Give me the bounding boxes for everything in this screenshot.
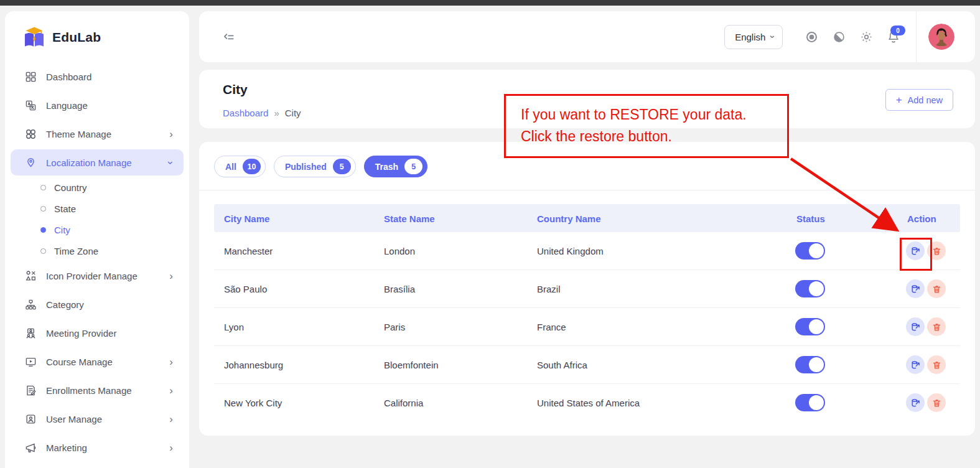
cell-country-name: United States of America: [537, 398, 640, 408]
document-pen-icon: [24, 383, 37, 397]
column-header-state-name: State Name: [384, 213, 435, 223]
status-toggle[interactable]: [795, 318, 825, 335]
restore-button[interactable]: [906, 279, 925, 298]
user-avatar[interactable]: [928, 24, 954, 50]
table-row: São Paulo Brasília Brazil: [214, 270, 960, 308]
sidebar-item-icon-provider-manage[interactable]: Icon Provider Manage ›: [5, 261, 189, 290]
sidebar-item-label: Category: [46, 299, 173, 310]
delete-button[interactable]: [927, 317, 946, 336]
delete-button[interactable]: [927, 279, 946, 298]
breadcrumb-dashboard-link[interactable]: Dashboard: [223, 108, 268, 118]
delete-button[interactable]: [927, 355, 946, 374]
preview-eye-icon[interactable]: [805, 30, 818, 44]
add-new-label: Add new: [908, 95, 943, 105]
sidebar-item-language[interactable]: Language: [5, 91, 189, 119]
tab-all[interactable]: All 10: [214, 156, 266, 177]
sidebar-item-dashboard[interactable]: Dashboard: [5, 62, 189, 91]
language-translate-icon: [24, 98, 37, 112]
sidebar-item-category[interactable]: Category: [5, 290, 189, 319]
filter-tabs: All 10 Published 5 Trash 5: [214, 156, 427, 177]
sidebar-item-marketing[interactable]: Marketing ›: [5, 433, 189, 462]
restore-button[interactable]: [906, 241, 925, 260]
chevron-right-icon: ›: [169, 357, 173, 367]
sidebar-subitem-state[interactable]: State: [5, 198, 189, 219]
sidebar-item-label: Language: [46, 100, 173, 111]
cell-state-name: Brasília: [384, 284, 415, 294]
sidebar-item-theme-manage[interactable]: Theme Manage ›: [5, 119, 189, 148]
sidebar-subitem-time-zone[interactable]: Time Zone: [5, 240, 189, 261]
sidebar-item-label: Enrollments Manage: [46, 385, 169, 396]
table-row: Johannesburg Bloemfontein South Africa: [214, 346, 960, 384]
settings-gear-icon[interactable]: [859, 30, 873, 44]
restore-button[interactable]: [906, 317, 925, 336]
sidebar-item-label: Localization Manage: [46, 157, 169, 168]
video-course-icon: [24, 355, 37, 368]
cell-state-name: Paris: [384, 322, 405, 332]
sidebar-subitem-label: Time Zone: [54, 246, 98, 256]
plus-icon: +: [896, 95, 902, 105]
page-header-card: City Dashboard » City + Add new: [199, 70, 975, 128]
sidebar-item-user-manage[interactable]: User Manage ›: [5, 405, 189, 433]
megaphone-icon: [24, 441, 37, 454]
breadcrumb-current: City: [285, 108, 301, 118]
sidebar-item-label: Course Manage: [46, 357, 169, 367]
add-new-button[interactable]: + Add new: [885, 89, 953, 111]
delete-button[interactable]: [927, 393, 946, 412]
page-title: City: [223, 82, 248, 97]
status-toggle[interactable]: [795, 242, 825, 260]
breadcrumb: Dashboard » City: [223, 108, 301, 118]
cell-city-name: São Paulo: [224, 284, 267, 294]
table-card: All 10 Published 5 Trash 5 City Name Sta…: [199, 142, 975, 436]
tab-published[interactable]: Published 5: [274, 156, 356, 177]
tabs-divider: [199, 190, 975, 190]
chevron-right-icon: ›: [169, 271, 173, 281]
cell-state-name: London: [384, 246, 415, 256]
location-pin-icon: [24, 156, 37, 169]
brand-logo[interactable]: EduLab: [5, 11, 189, 49]
header-actions: English › 0: [724, 11, 975, 62]
shapes-icon: [24, 269, 37, 283]
sidebar-item-course-manage[interactable]: Course Manage ›: [5, 347, 189, 376]
tab-count-badge: 5: [404, 159, 422, 174]
cell-country-name: Brazil: [537, 284, 561, 294]
edulab-logo-icon: [22, 26, 46, 49]
table-row: Manchester London United Kingdom: [214, 232, 960, 270]
status-toggle[interactable]: [795, 394, 825, 411]
cell-country-name: France: [537, 322, 566, 332]
tab-trash[interactable]: Trash 5: [364, 156, 427, 177]
sidebar-subitem-country[interactable]: Country: [5, 177, 189, 198]
status-toggle[interactable]: [795, 280, 825, 297]
restore-button[interactable]: [906, 355, 925, 374]
brand-name: EduLab: [52, 30, 101, 45]
theme-clover-icon: [24, 127, 37, 141]
table-row: Lyon Paris France: [214, 308, 960, 346]
dashboard-grid-icon: [24, 70, 37, 83]
status-toggle[interactable]: [795, 356, 825, 373]
sidebar-item-localization-manage[interactable]: Localization Manage ›: [11, 149, 184, 176]
cell-city-name: Johannesburg: [224, 360, 283, 370]
sidebar-nav: Dashboard Language Theme Manage: [5, 62, 189, 462]
cell-city-name: New York City: [224, 398, 282, 408]
header-divider: [916, 11, 917, 62]
language-select[interactable]: English ›: [724, 25, 783, 49]
sidebar-item-label: Theme Manage: [46, 129, 169, 139]
cell-state-name: Bloemfontein: [384, 360, 439, 370]
table-body: Manchester London United Kingdom São Pau…: [214, 232, 960, 421]
restore-button[interactable]: [906, 393, 925, 412]
dark-mode-icon[interactable]: [832, 30, 846, 44]
table-header-row: City Name State Name Country Name Status…: [214, 204, 960, 232]
sidebar-item-label: Meeting Provider: [46, 328, 173, 339]
chevron-down-icon: ›: [166, 161, 177, 164]
meeting-people-icon: [24, 326, 37, 340]
sidebar-subitem-city[interactable]: City: [5, 219, 189, 240]
sidebar-item-label: Icon Provider Manage: [46, 271, 169, 281]
sidebar-collapse-icon[interactable]: [223, 30, 235, 43]
sidebar-item-meeting-provider[interactable]: Meeting Provider: [5, 319, 189, 347]
tab-label: Trash: [375, 162, 398, 172]
delete-button[interactable]: [927, 241, 946, 260]
sidebar-item-label: User Manage: [46, 414, 169, 424]
cell-country-name: United Kingdom: [537, 246, 604, 256]
sidebar-item-enrollments-manage[interactable]: Enrollments Manage ›: [5, 376, 189, 405]
breadcrumb-separator: »: [274, 108, 279, 118]
notifications-bell-icon[interactable]: 0: [887, 30, 900, 44]
